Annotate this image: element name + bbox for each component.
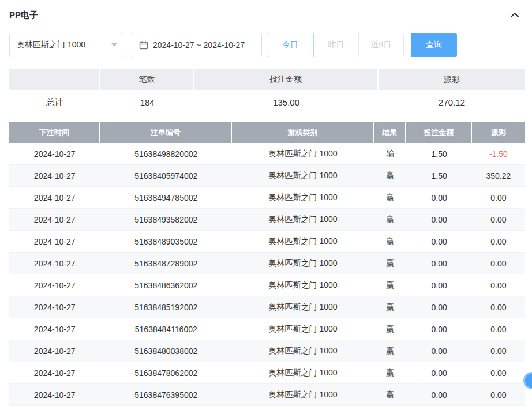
cell-bet-id: 51638486362002: [100, 274, 232, 296]
cell-payout: -1.50: [472, 143, 525, 164]
cell-payout: 0.00: [472, 362, 525, 383]
cell-game-type: 奥林匹斯之门 1000: [232, 296, 374, 318]
quick-button-last8days[interactable]: 近8日: [358, 33, 404, 57]
cell-bet-id: 51638489035002: [100, 231, 232, 252]
chevron-down-icon: [111, 43, 117, 47]
cell-game-type: 奥林匹斯之门 1000: [232, 231, 374, 252]
cell-bet-amount: 0.00: [406, 340, 472, 362]
table-row: 2024-10-2751638476395002奥林匹斯之门 1000赢0.00…: [9, 384, 525, 406]
bet-record-panel: PP电子 奥林匹斯之门 1000 2024-10-27 ~ 2024-10-27…: [0, 0, 532, 410]
column-header-bet-amount: 投注金额: [406, 122, 472, 143]
game-select[interactable]: 奥林匹斯之门 1000: [9, 33, 123, 57]
cell-game-type: 奥林匹斯之门 1000: [232, 340, 374, 362]
cell-bet-time: 2024-10-27: [9, 296, 100, 318]
quick-button-yesterday[interactable]: 昨日: [313, 33, 359, 57]
summary-total-payout: 270.12: [379, 90, 525, 115]
cell-result: 赢: [374, 231, 406, 252]
cell-bet-time: 2024-10-27: [9, 274, 100, 296]
cell-result: 赢: [374, 165, 406, 186]
cell-payout: 0.00: [472, 318, 525, 340]
quick-date-group: 今日 昨日 近8日: [267, 33, 404, 57]
cell-bet-amount: 1.50: [406, 143, 472, 164]
bet-table-body: 2024-10-2751638498820002奥林匹斯之门 1000输1.50…: [9, 143, 525, 406]
column-header-payout: 派彩: [472, 122, 525, 143]
column-header-bet-id: 注单编号: [100, 122, 232, 143]
cell-payout: 0.00: [472, 253, 525, 274]
page-title: PP电子: [9, 10, 38, 21]
cell-bet-amount: 0.00: [406, 209, 472, 230]
cell-result: 输: [374, 143, 406, 164]
cell-result: 赢: [374, 187, 406, 208]
cell-game-type: 奥林匹斯之门 1000: [232, 165, 374, 186]
summary-header-count: 笔数: [100, 69, 194, 90]
cell-payout: 0.00: [472, 296, 525, 318]
table-row: 2024-10-2751638480038002奥林匹斯之门 1000赢0.00…: [9, 340, 525, 362]
cell-bet-id: 51638478062002: [100, 362, 232, 383]
table-row: 2024-10-2751638494785002奥林匹斯之门 1000赢0.00…: [9, 187, 525, 209]
table-row: 2024-10-2751638485192002奥林匹斯之门 1000赢0.00…: [9, 296, 525, 318]
table-row: 2024-10-2751638498820002奥林匹斯之门 1000输1.50…: [9, 143, 525, 165]
cell-bet-time: 2024-10-27: [9, 253, 100, 274]
search-button[interactable]: 查询: [411, 33, 457, 57]
cell-game-type: 奥林匹斯之门 1000: [232, 253, 374, 274]
cell-result: 赢: [374, 384, 406, 405]
cell-bet-amount: 0.00: [406, 231, 472, 252]
cell-result: 赢: [374, 362, 406, 383]
table-row: 2024-10-2751638486362002奥林匹斯之门 1000赢0.00…: [9, 274, 525, 296]
column-header-game-type: 游戏类别: [232, 122, 374, 143]
bet-table-header: 下注时间 注单编号 游戏类别 结果 投注金额 派彩: [9, 122, 525, 143]
cell-game-type: 奥林匹斯之门 1000: [232, 274, 374, 296]
cell-bet-time: 2024-10-27: [9, 318, 100, 340]
summary-total-row: 总计 184 135.00 270.12: [9, 90, 525, 115]
cell-game-type: 奥林匹斯之门 1000: [232, 318, 374, 340]
summary-total-count: 184: [100, 90, 194, 115]
panel-header: PP电子: [9, 8, 525, 22]
cell-bet-id: 51638487289002: [100, 253, 232, 274]
cell-bet-amount: 0.00: [406, 274, 472, 296]
cell-bet-amount: 0.00: [406, 187, 472, 208]
cell-bet-id: 51638498820002: [100, 143, 232, 164]
cell-game-type: 奥林匹斯之门 1000: [232, 384, 374, 405]
summary-header-row: 笔数 投注金额 派彩: [9, 69, 525, 90]
cell-bet-id: 51638494785002: [100, 187, 232, 208]
cell-payout: 0.00: [472, 384, 525, 405]
chevron-up-icon[interactable]: [509, 9, 520, 21]
quick-button-today[interactable]: 今日: [267, 33, 314, 57]
cell-bet-id: 51638485192002: [100, 296, 232, 318]
date-range-picker[interactable]: 2024-10-27 ~ 2024-10-27: [132, 33, 262, 57]
cell-bet-time: 2024-10-27: [9, 187, 100, 208]
table-row: 2024-10-2751638478062002奥林匹斯之门 1000赢0.00…: [9, 362, 525, 384]
cell-bet-id: 51638476395002: [100, 384, 232, 405]
table-row: 2024-10-2751638487289002奥林匹斯之门 1000赢0.00…: [9, 253, 525, 274]
cell-result: 赢: [374, 296, 406, 318]
cell-bet-time: 2024-10-27: [9, 165, 100, 186]
cell-payout: 0.00: [472, 231, 525, 252]
cell-result: 赢: [374, 274, 406, 296]
cell-bet-time: 2024-10-27: [9, 209, 100, 230]
cell-payout: 0.00: [472, 187, 525, 208]
cell-payout: 0.00: [472, 274, 525, 296]
cell-game-type: 奥林匹斯之门 1000: [232, 362, 374, 383]
cell-bet-time: 2024-10-27: [9, 384, 100, 405]
summary-total-bet-amount: 135.00: [194, 90, 379, 115]
cell-bet-amount: 1.50: [406, 165, 472, 186]
game-select-value: 奥林匹斯之门 1000: [17, 40, 85, 50]
cell-bet-id: 51638405974002: [100, 165, 232, 186]
cell-bet-amount: 0.00: [406, 384, 472, 405]
cell-bet-time: 2024-10-27: [9, 340, 100, 362]
cell-bet-time: 2024-10-27: [9, 231, 100, 252]
column-header-result: 结果: [374, 122, 406, 143]
table-row: 2024-10-2751638489035002奥林匹斯之门 1000赢0.00…: [9, 231, 525, 253]
cell-result: 赢: [374, 253, 406, 274]
partial-next-row: [9, 406, 525, 410]
table-row: 2024-10-2751638405974002奥林匹斯之门 1000赢1.50…: [9, 165, 525, 187]
cell-bet-amount: 0.00: [406, 318, 472, 340]
cell-bet-time: 2024-10-27: [9, 362, 100, 383]
cell-bet-time: 2024-10-27: [9, 143, 100, 164]
cell-payout: 0.00: [472, 209, 525, 230]
cell-bet-id: 51638484116002: [100, 318, 232, 340]
cell-result: 赢: [374, 209, 406, 230]
summary-header-bet-amount: 投注金额: [194, 69, 379, 90]
cell-bet-id: 51638480038002: [100, 340, 232, 362]
cell-result: 赢: [374, 318, 406, 340]
